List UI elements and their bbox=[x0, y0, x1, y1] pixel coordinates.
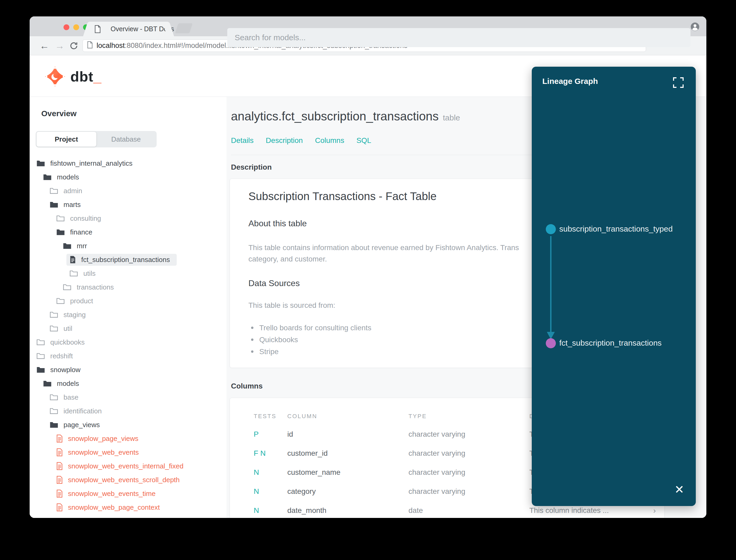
cell-column: date_month bbox=[287, 506, 408, 515]
tree-item-marts[interactable]: marts bbox=[30, 198, 227, 211]
tab-project[interactable]: Project bbox=[37, 132, 96, 147]
lineage-close-icon[interactable]: ✕ bbox=[674, 484, 684, 495]
tree-item-finance[interactable]: finance bbox=[30, 225, 227, 239]
folder-closed-icon bbox=[50, 408, 58, 414]
header-type: TYPE bbox=[408, 413, 529, 420]
folder-closed-icon bbox=[50, 325, 58, 332]
lineage-node-dot-target[interactable] bbox=[546, 338, 556, 348]
cell-column: customer_name bbox=[287, 468, 408, 477]
tree-item-models[interactable]: models bbox=[30, 377, 227, 390]
tree-item-snowplow[interactable]: snowplow bbox=[30, 363, 227, 377]
cell-tests: F N bbox=[254, 449, 287, 458]
tree-item-snowplow_web_page_context[interactable]: snowplow_web_page_context bbox=[30, 500, 227, 514]
cell-tests: N bbox=[254, 506, 287, 515]
lineage-node-source[interactable]: subscription_transactions_typed bbox=[559, 224, 673, 233]
source-list-item: Trello boards for consulting clients bbox=[249, 322, 371, 334]
minimize-window-button[interactable] bbox=[73, 24, 79, 30]
page-title: analytics.fct_subscription_transactionst… bbox=[231, 109, 460, 123]
tree-item-staging[interactable]: staging bbox=[30, 308, 227, 322]
folder-closed-icon bbox=[50, 394, 58, 401]
tree-item-quickbooks[interactable]: quickbooks bbox=[30, 335, 227, 349]
tab-database[interactable]: Database bbox=[96, 132, 156, 147]
search-input[interactable] bbox=[227, 28, 690, 47]
reload-button[interactable] bbox=[69, 36, 78, 55]
cell-type: character varying bbox=[408, 468, 529, 477]
about-line-1: This table contains information about re… bbox=[249, 243, 519, 252]
tree-item-snowplow_page_views[interactable]: snowplow_page_views bbox=[30, 432, 227, 445]
lineage-graph-svg bbox=[532, 67, 696, 506]
tree-item-identification[interactable]: identification bbox=[30, 404, 227, 418]
about-heading: About this table bbox=[249, 219, 307, 228]
forward-button[interactable]: → bbox=[55, 36, 65, 55]
folder-closed-icon bbox=[56, 215, 65, 222]
cell-column: customer_id bbox=[287, 449, 408, 458]
close-window-button[interactable] bbox=[64, 24, 69, 30]
folder-open-icon bbox=[50, 421, 58, 428]
folder-closed-icon bbox=[50, 187, 58, 194]
file-red-icon bbox=[56, 435, 63, 442]
tree-item-mrr[interactable]: mrr bbox=[30, 239, 227, 253]
folder-open-icon bbox=[43, 380, 52, 387]
tree-item-models[interactable]: models bbox=[30, 170, 227, 184]
new-tab-button[interactable] bbox=[175, 23, 193, 33]
sources-list: Trello boards for consulting clientsQuic… bbox=[249, 322, 371, 358]
tree-item-product[interactable]: product bbox=[30, 294, 227, 308]
lineage-graph-panel: Lineage Graph subscription_transactions_… bbox=[532, 67, 696, 506]
file-red-icon bbox=[56, 462, 63, 470]
tree-item-snowplow_web_events_scroll_depth[interactable]: snowplow_web_events_scroll_depth bbox=[30, 473, 227, 487]
file-red-icon bbox=[56, 448, 63, 456]
tree-item-snowplow_web_events_time[interactable]: snowplow_web_events_time bbox=[30, 487, 227, 500]
tree-item-snowplow_web_events_internal_fixed[interactable]: snowplow_web_events_internal_fixed bbox=[30, 459, 227, 473]
cell-tests: P bbox=[254, 430, 287, 439]
file-red-icon bbox=[56, 490, 63, 498]
about-line-2: category, and customer. bbox=[249, 255, 327, 263]
tab-title: Overview - DBT Docs bbox=[111, 25, 174, 33]
cell-column: id bbox=[287, 430, 408, 439]
sidebar: Overview Project Database fishtown_inter… bbox=[30, 97, 227, 518]
sources-intro: This table is sourced from: bbox=[249, 301, 335, 310]
tree-item-base[interactable]: base bbox=[30, 390, 227, 404]
model-tab-sql[interactable]: SQL bbox=[357, 136, 371, 145]
bullet-icon bbox=[251, 327, 254, 329]
chevron-right-icon[interactable]: › bbox=[653, 506, 656, 515]
dbt-logo-icon bbox=[44, 66, 66, 87]
header-column: COLUMN bbox=[287, 413, 408, 420]
sidebar-view-toggle: Project Database bbox=[36, 131, 157, 147]
source-list-item: Quickbooks bbox=[249, 334, 371, 346]
dbt-logo[interactable]: dbt_ bbox=[44, 66, 101, 87]
back-button[interactable]: ← bbox=[40, 36, 49, 55]
folder-closed-icon bbox=[63, 284, 71, 291]
tree-item-fct_subscription_transactions[interactable]: fct_subscription_transactions bbox=[30, 253, 227, 267]
tree-item-utils[interactable]: utils bbox=[30, 267, 227, 280]
logo-underscore: _ bbox=[93, 68, 101, 85]
folder-closed-icon bbox=[70, 270, 78, 277]
tree-item-admin[interactable]: admin bbox=[30, 184, 227, 198]
folder-closed-icon bbox=[56, 297, 65, 304]
tree-item-fishtown_internal_analytics[interactable]: fishtown_internal_analytics bbox=[30, 156, 227, 170]
model-tab-description[interactable]: Description bbox=[266, 136, 303, 145]
file-icon bbox=[70, 256, 76, 264]
bullet-icon bbox=[251, 350, 254, 353]
tree-item-transactions[interactable]: transactions bbox=[30, 280, 227, 294]
browser-tab[interactable]: Overview - DBT Docs ✕ bbox=[89, 22, 168, 36]
header-tests: TESTS bbox=[254, 413, 287, 420]
tree-item-consulting[interactable]: consulting bbox=[30, 211, 227, 225]
lineage-node-target[interactable]: fct_subscription_transactions bbox=[559, 338, 662, 347]
project-tree: fishtown_internal_analyticsmodelsadminma… bbox=[30, 156, 227, 514]
lineage-node-dot-source[interactable] bbox=[546, 224, 556, 234]
folder-closed-icon bbox=[37, 353, 45, 359]
cell-description: This column indicates ... bbox=[529, 506, 609, 515]
tree-item-redshift[interactable]: redshift bbox=[30, 349, 227, 363]
folder-open-icon bbox=[37, 160, 45, 167]
lineage-arrowhead-icon bbox=[547, 332, 555, 339]
cell-type: character varying bbox=[408, 449, 529, 458]
tree-item-snowplow_web_events[interactable]: snowplow_web_events bbox=[30, 445, 227, 459]
model-tabs: DetailsDescriptionColumnsSQL bbox=[231, 136, 371, 145]
browser-profile-avatar[interactable] bbox=[690, 22, 699, 32]
tree-item-page_views[interactable]: page_views bbox=[30, 418, 227, 432]
model-tab-details[interactable]: Details bbox=[231, 136, 254, 145]
model-tab-columns[interactable]: Columns bbox=[315, 136, 344, 145]
tree-item-util[interactable]: util bbox=[30, 322, 227, 335]
file-red-icon bbox=[56, 503, 63, 511]
doc-heading: Subscription Transactions - Fact Table bbox=[249, 190, 436, 203]
